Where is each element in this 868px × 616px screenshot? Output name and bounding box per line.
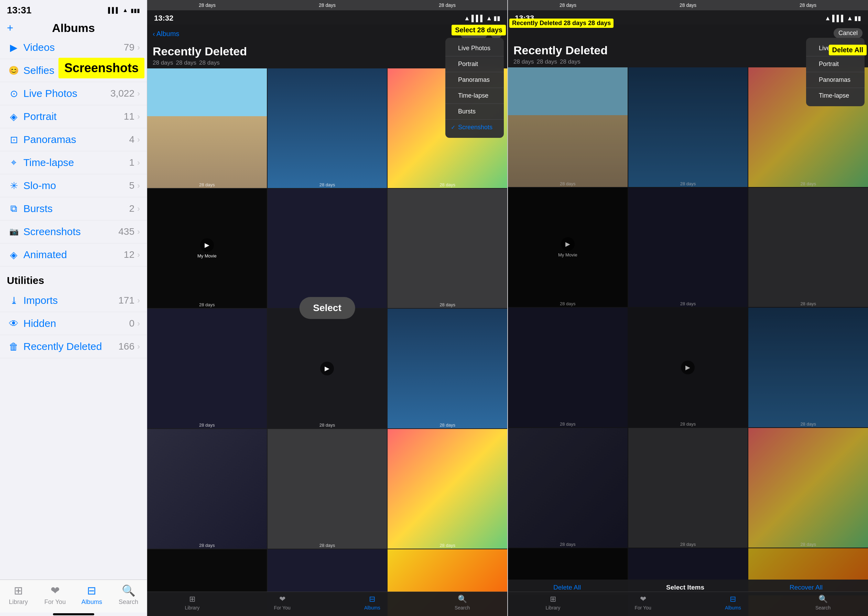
photo-cell[interactable]: 28 days xyxy=(748,308,868,427)
cell-days-label: 28 days xyxy=(748,542,868,547)
dropdown-item-screenshots[interactable]: ✓ Screenshots xyxy=(445,119,504,135)
photo-cell[interactable]: 28 days xyxy=(508,308,627,427)
album-label-timelapse: Time-lapse xyxy=(20,157,129,168)
dropdown-item-bursts[interactable]: ✓ Bursts xyxy=(445,104,504,119)
dropdown-item-timelapse[interactable]: ✓ Time-lapse xyxy=(445,88,504,104)
phone2-recover-all-button[interactable]: Recover All xyxy=(789,584,822,591)
select-overlay-button[interactable]: Select xyxy=(299,297,355,319)
photo-cell[interactable]: 28 days xyxy=(267,68,387,188)
phone2-dropdown-timelapse[interactable]: ✓ Time-lapse xyxy=(806,88,865,104)
photo-cell[interactable]: ▶ 28 days xyxy=(628,308,748,427)
check-icon-2-timelapse: ✓ xyxy=(811,93,816,99)
screenshots-icon: 📷 xyxy=(7,227,20,236)
photo-cell[interactable]: 28 days xyxy=(388,429,507,548)
phone2-cancel-button[interactable]: Cancel xyxy=(833,28,862,38)
phone2-dropdown-panoramas[interactable]: ✓ Panoramas xyxy=(806,72,865,88)
photo-cell[interactable]: 28 days xyxy=(147,429,267,548)
photo-cell[interactable]: ▶ My Movie 28 days xyxy=(508,188,627,307)
photo-cell[interactable]: 28 days xyxy=(508,428,627,548)
phone2-search-icon: 🔍 xyxy=(818,595,828,603)
cell-days-label: 28 days xyxy=(388,182,507,187)
photo-cell[interactable]: 28 days xyxy=(508,68,627,187)
top-28days-3: 28 days xyxy=(439,2,456,8)
phone1-tab-albums[interactable]: ⊟ Albums xyxy=(327,595,417,611)
cell-days-label: 28 days xyxy=(508,181,627,186)
phone1-tab-search[interactable]: 🔍 Search xyxy=(417,595,507,611)
play-button[interactable]: ▶ xyxy=(561,237,575,251)
play-button[interactable]: ▶ xyxy=(681,361,695,374)
album-item-panoramas[interactable]: ⊡ Panoramas 4 › xyxy=(0,128,147,151)
phone1-back-button[interactable]: ‹ Albums xyxy=(153,30,179,38)
movie-label: My Movie xyxy=(197,253,217,259)
status-time: 13:31 xyxy=(7,5,31,16)
select-28days-annotation: Select 28 days xyxy=(451,25,506,35)
phone1-wifi-icon: ▲ xyxy=(486,15,492,22)
phone2-tab-search[interactable]: 🔍 Search xyxy=(778,595,868,611)
album-count-slomo: 5 xyxy=(129,180,134,191)
phone2-tab-albums[interactable]: ⊟ Albums xyxy=(688,595,778,611)
phone1-sub-2: 28 days xyxy=(176,60,197,66)
album-item-timelapse[interactable]: ⌖ Time-lapse 1 › xyxy=(0,151,147,174)
phone1-tab-foryou[interactable]: ❤ For You xyxy=(237,595,327,611)
photo-cell[interactable]: 28 days xyxy=(748,428,868,548)
dropdown-label-screenshots: Screenshots xyxy=(458,124,492,131)
photo-cell[interactable]: 28 days xyxy=(267,189,387,308)
album-item-imports[interactable]: ⤓ Imports 171 › xyxy=(0,289,147,312)
phone2-status-icons: ▲ ▌▌▌ ▲ ▮▮ xyxy=(825,14,861,22)
albums-header: + Albums xyxy=(0,19,147,36)
photo-cell[interactable]: 28 days xyxy=(147,68,267,188)
photo-cell[interactable]: 28 days xyxy=(267,429,387,548)
phone1-battery-icon: ▮▮ xyxy=(494,14,500,22)
cell-days-label: 28 days xyxy=(628,181,748,186)
photo-cell[interactable]: ▶ My Movie 28 days xyxy=(147,189,267,308)
photo-cell[interactable]: 28 days xyxy=(388,189,507,308)
cell-days-label: 28 days xyxy=(508,301,627,306)
album-item-screenshots[interactable]: 📷 Screenshots 435 › xyxy=(0,220,147,244)
phone1-time: 13:32 xyxy=(154,14,173,23)
dropdown-item-panoramas[interactable]: ✓ Panoramas xyxy=(445,72,504,88)
album-item-slomo[interactable]: ✳ Slo-mo 5 › xyxy=(0,174,147,197)
check-icon-panoramas: ✓ xyxy=(451,77,455,83)
add-album-button[interactable]: + xyxy=(7,22,13,35)
play-button[interactable]: ▶ xyxy=(320,361,334,376)
phone2-dropdown-portrait[interactable]: ✓ Portrait xyxy=(806,57,865,72)
photo-cell[interactable]: 28 days xyxy=(748,188,868,307)
play-button[interactable]: ▶ xyxy=(200,238,214,252)
chevron-icon-screenshots: › xyxy=(137,227,140,237)
photo-cell[interactable]: 28 days xyxy=(628,188,748,307)
album-label-imports: Imports xyxy=(20,295,118,306)
phone2-tab-library[interactable]: ⊞ Library xyxy=(508,595,598,611)
phone2-delete-all-button[interactable]: Delete All xyxy=(554,584,581,591)
album-item-bursts[interactable]: ⧉ Bursts 2 › xyxy=(0,197,147,220)
dropdown-item-livephotos[interactable]: ✓ Live Photos xyxy=(445,41,504,57)
videos-icon: ▶ xyxy=(7,42,20,53)
photo-cell[interactable]: 28 days xyxy=(388,309,507,428)
chevron-icon-panoramas: › xyxy=(137,135,140,145)
check-icon-portrait: ✓ xyxy=(451,61,455,68)
photo-cell[interactable]: 28 days xyxy=(628,428,748,548)
phone-panel-1: 28 days 28 days 28 days 13:32 ▲ ▌▌▌ ▲ ▮▮… xyxy=(147,0,507,616)
phone2-albums-label: Albums xyxy=(725,605,741,611)
photo-cell[interactable]: 28 days xyxy=(628,68,748,187)
cell-days-label: 28 days xyxy=(748,301,868,306)
dropdown-item-portrait[interactable]: ✓ Portrait xyxy=(445,57,504,72)
album-item-portrait[interactable]: ◈ Portrait 11 › xyxy=(0,105,147,128)
tab-library[interactable]: ⊞ Library xyxy=(0,584,37,606)
album-item-recentlydeleted[interactable]: 🗑 Recently Deleted 166 › xyxy=(0,335,147,358)
cell-days-label: 28 days xyxy=(267,423,387,427)
photo-cell[interactable]: ▶ 28 days xyxy=(267,309,387,428)
phone2-tab-foryou[interactable]: ❤ For You xyxy=(598,595,688,611)
phone2-search-label: Search xyxy=(815,605,830,611)
album-item-videos[interactable]: ▶ Videos 79 › xyxy=(0,36,147,59)
tab-foryou[interactable]: ❤ For You xyxy=(37,584,74,606)
tab-albums[interactable]: ⊟ Albums xyxy=(74,584,110,606)
phone1-tab-library[interactable]: ⊞ Library xyxy=(147,595,237,611)
album-item-hidden[interactable]: 👁 Hidden 0 › xyxy=(0,312,147,335)
phone2-sub-1: 28 days xyxy=(513,58,534,65)
album-count-recentlydeleted: 166 xyxy=(118,341,134,352)
cell-days-label: 28 days xyxy=(147,182,267,187)
album-item-livephotos[interactable]: ⊙ Live Photos 3,022 › xyxy=(0,82,147,105)
tab-search[interactable]: 🔍 Search xyxy=(110,584,147,606)
photo-cell[interactable]: 28 days xyxy=(147,309,267,428)
album-item-animated[interactable]: ◈ Animated 12 › xyxy=(0,244,147,266)
